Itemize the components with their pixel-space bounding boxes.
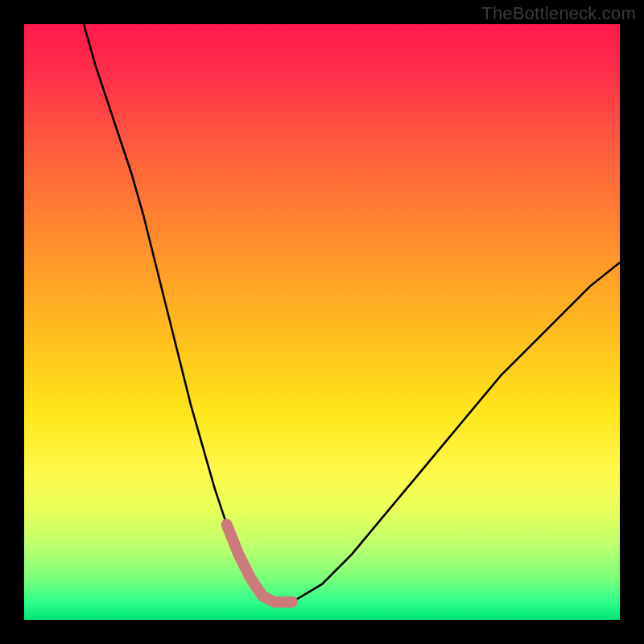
dip-marker	[227, 525, 292, 602]
watermark-text: TheBottleneck.com	[481, 3, 636, 24]
curve-layer	[24, 24, 620, 620]
bottleneck-curve	[84, 24, 620, 602]
chart-frame: TheBottleneck.com	[0, 0, 644, 644]
plot-area	[24, 24, 620, 620]
